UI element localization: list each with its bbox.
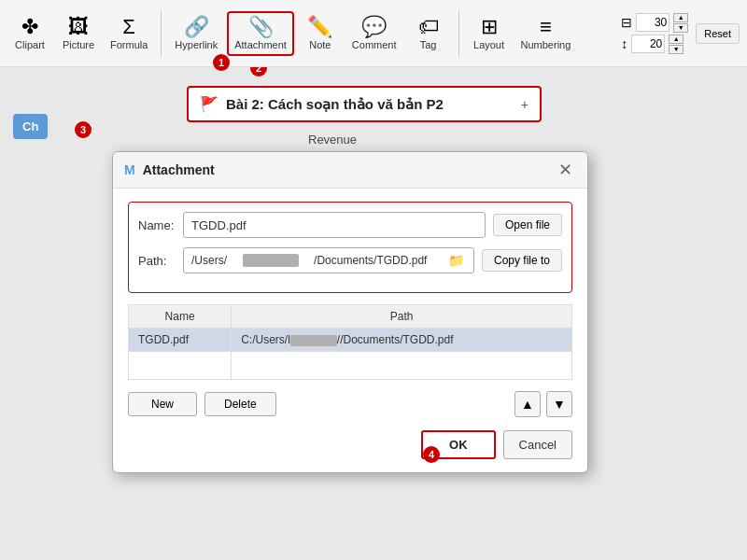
spin-down-2[interactable]: ▼: [669, 45, 684, 54]
note-icon: ✏️: [307, 17, 332, 37]
path-prefix: /Users/: [191, 254, 227, 267]
toolbar-comment[interactable]: 💬 Comment: [346, 13, 402, 54]
toolbar-formula[interactable]: Σ Formula: [105, 13, 153, 54]
spin-down-1[interactable]: ▼: [673, 23, 688, 33]
picture-icon: 🖼: [68, 17, 89, 37]
browse-folder-button[interactable]: 📁: [446, 251, 466, 270]
badge-4: 4: [423, 446, 440, 463]
spin-up-2[interactable]: ▲: [669, 35, 684, 44]
divider-2: [458, 10, 459, 57]
attachment-label: Attachment: [234, 39, 287, 50]
delete-button[interactable]: Delete: [204, 392, 276, 416]
toolbar-note[interactable]: ✏️ Note: [298, 13, 343, 54]
col-path-header: Path: [232, 305, 572, 329]
table-cell-name: TGDD.pdf: [129, 329, 232, 352]
new-button[interactable]: New: [128, 392, 197, 416]
spin-input-1[interactable]: [636, 13, 669, 32]
attachment-icon: 📎: [248, 17, 274, 37]
tag-icon: 🏷: [418, 17, 439, 37]
table-cell-path: C:/Users/l//Documents/TGDD.pdf: [232, 329, 572, 352]
table-row[interactable]: TGDD.pdf C:/Users/l//Documents/TGDD.pdf: [129, 329, 572, 352]
layout-icon: ⊞: [481, 17, 498, 37]
modal-title-icon: M: [124, 162, 135, 177]
bottom-right: ▲ ▼: [514, 391, 572, 417]
toolbar-picture[interactable]: 🖼 Picture: [56, 13, 101, 54]
move-down-button[interactable]: ▼: [546, 391, 572, 417]
row-icon-1: ⊟: [621, 15, 632, 30]
reset-button[interactable]: Reset: [696, 23, 740, 44]
modal-body: Name: Open file Path: /Users//Documents/…: [113, 189, 587, 472]
attachment-table: Name Path TGDD.pdf C:/Users/l//Documents…: [128, 304, 572, 380]
numbering-label: Numbering: [521, 39, 571, 50]
toolbar-tag[interactable]: 🏷 Tag: [406, 13, 451, 54]
col-name-header: Name: [129, 305, 232, 329]
table-path-blur: [290, 335, 337, 346]
cancel-button[interactable]: Cancel: [503, 430, 572, 459]
path-row: Path: /Users//Documents/TGDD.pdf 📁 Copy …: [138, 247, 562, 273]
copy-file-to-button[interactable]: Copy file to: [482, 249, 562, 272]
spin-buttons-1: ▲ ▼: [673, 13, 688, 33]
spin-buttons-2: ▲ ▼: [669, 35, 684, 54]
spin-group: ⊟ ▲ ▼ ↕ ▲ ▼: [621, 13, 688, 54]
toolbar: ✤ Clipart 🖼 Picture Σ Formula 🔗 Hyperlin…: [0, 0, 747, 67]
clipart-icon: ✤: [21, 17, 38, 37]
path-input-display: /Users//Documents/TGDD.pdf 📁: [183, 247, 474, 273]
spin-up-1[interactable]: ▲: [673, 13, 688, 22]
toolbar-numbering[interactable]: ≡ Numbering: [515, 13, 577, 54]
comment-icon: 💬: [361, 17, 387, 37]
toolbar-right: ⊟ ▲ ▼ ↕ ▲ ▼ Reset: [621, 13, 740, 54]
name-input[interactable]: [183, 212, 486, 238]
formula-icon: Σ: [122, 17, 135, 37]
table-empty-row: [129, 352, 572, 380]
formula-label: Formula: [110, 39, 148, 50]
modal-title: Attachment: [143, 162, 547, 177]
tag-label: Tag: [420, 39, 437, 50]
path-blur: [243, 254, 299, 267]
dialog-footer: OK Cancel: [128, 427, 572, 459]
hyperlink-label: Hyperlink: [175, 39, 218, 50]
name-label: Name:: [138, 218, 176, 232]
modal-close-button[interactable]: ✕: [555, 160, 576, 180]
picture-label: Picture: [63, 39, 94, 50]
move-up-button[interactable]: ▲: [514, 391, 541, 417]
toolbar-attachment[interactable]: 📎 Attachment: [227, 11, 294, 56]
spin-input-2[interactable]: [631, 35, 665, 53]
numbering-icon: ≡: [540, 17, 552, 37]
note-label: Note: [309, 39, 331, 50]
attachment-modal: M Attachment ✕ Name: Open file Path:: [112, 151, 588, 473]
divider-1: [161, 10, 162, 57]
badge-1: 1: [213, 54, 230, 71]
modal-overlay: M Attachment ✕ Name: Open file Path:: [0, 67, 747, 560]
layout-label: Layout: [473, 39, 504, 50]
hyperlink-icon: 🔗: [184, 17, 209, 37]
modal-header: M Attachment ✕: [113, 152, 587, 189]
path-suffix: /Documents/TGDD.pdf: [314, 254, 427, 267]
toolbar-hyperlink[interactable]: 🔗 Hyperlink: [169, 13, 223, 54]
fields-border: Name: Open file Path: /Users//Documents/…: [128, 202, 572, 293]
row-icon-2: ↕: [621, 36, 627, 51]
path-label: Path:: [138, 254, 176, 268]
bottom-row: New Delete ▲ ▼: [128, 391, 572, 417]
clipart-label: Clipart: [15, 39, 45, 50]
bottom-left: New Delete: [128, 392, 276, 416]
toolbar-layout[interactable]: ⊞ Layout: [467, 13, 512, 54]
name-row: Name: Open file: [138, 212, 562, 238]
toolbar-clipart[interactable]: ✤ Clipart: [7, 13, 52, 54]
spin-row-2: ↕ ▲ ▼: [621, 35, 688, 54]
spin-row-1: ⊟ ▲ ▼: [621, 13, 688, 33]
open-file-button[interactable]: Open file: [493, 214, 562, 236]
comment-label: Comment: [352, 39, 397, 50]
content-area: 🚩 Bài 2: Cách soạn thảo vă bản P2 + Reve…: [0, 67, 747, 560]
